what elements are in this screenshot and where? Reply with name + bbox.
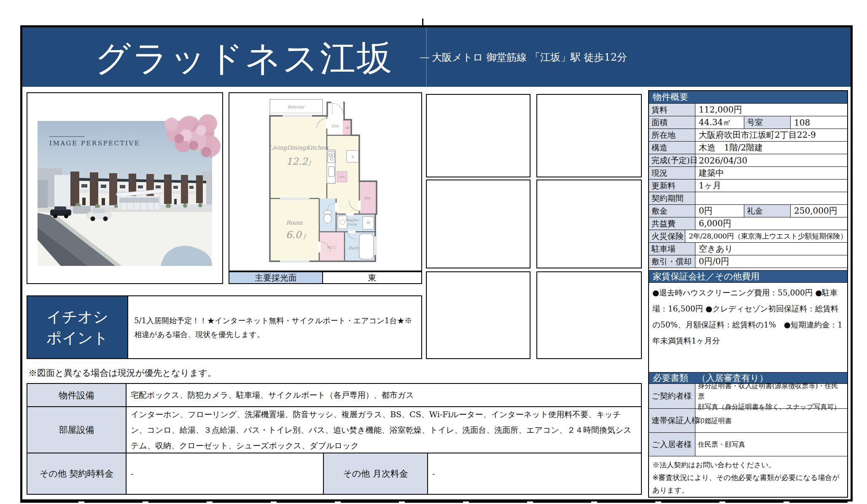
lighting-label: 主要採光面 bbox=[229, 272, 323, 283]
lighting-row: 主要採光面 東 bbox=[229, 271, 422, 284]
wic-label: W.I.C bbox=[327, 245, 337, 249]
fridge-label: R bbox=[351, 155, 354, 159]
row-value: 宅配ボックス、防犯カメラ、駐車場、サイクルポート（各戸専用）、都市ガス bbox=[127, 384, 641, 406]
balcony-label: Balcony bbox=[288, 105, 305, 110]
row-label-2: 号室 bbox=[744, 116, 791, 129]
row-value: 住民票・顔写真 bbox=[695, 433, 847, 456]
row-label: 契約期間 bbox=[649, 192, 695, 204]
other-monthly-label: その他 月次料金 bbox=[324, 453, 428, 494]
image-placeholder-1 bbox=[426, 94, 530, 177]
pickup-body: 5/1入居開始予定！！★インターネット無料・サイクルポート・エアコン1台★※相違… bbox=[128, 296, 421, 358]
flyer-frame: グラッドネス江坂 — 大阪メトロ 御堂筋線 「江坂」駅 徒歩12分 bbox=[20, 25, 853, 501]
row-value: 木造 1階/2階建 bbox=[695, 142, 847, 154]
row-value: 6,000円 bbox=[695, 217, 847, 230]
pickup-section: イチオシ ポイント 5/1入居開始予定！！★インターネット無料・サイクルポート・… bbox=[27, 295, 422, 359]
entrance-label: Ent. bbox=[332, 124, 340, 128]
row-value: 0円 bbox=[695, 205, 744, 217]
row-value-2: 108 bbox=[791, 116, 847, 129]
overview-row: 完成(予定)日2026/04/30 bbox=[649, 154, 847, 167]
property-summary-panel: 物件概要 賃料112,000円 面積 44.34㎡ 号室 108 所在地大阪府吹… bbox=[648, 90, 848, 498]
flyer-screenshot: { "colors": { "navy": "#224A7A", "sectio… bbox=[0, 0, 867, 504]
powder-label-2: room bbox=[347, 222, 357, 226]
perspective-image: IMAGE PERSPECTIVE bbox=[27, 93, 222, 283]
row-label: 完成(予定)日 bbox=[649, 154, 695, 166]
bath-label: Bath bbox=[348, 246, 358, 250]
row-label: 部屋設備 bbox=[27, 407, 127, 453]
dash-mark: — bbox=[420, 51, 430, 63]
document-row: 連帯保証人様印鑑証明書 bbox=[649, 409, 847, 433]
equipment-table: 物件設備 宅配ボックス、防犯カメラ、駐車場、サイクルポート（各戸専用）、都市ガス… bbox=[27, 383, 642, 495]
floorplan-box: Balcony Ent. SB LivingDiningKitchen 12.2… bbox=[229, 92, 422, 271]
other-contract-label: その他 契約時料金 bbox=[27, 453, 127, 494]
document-row: ご入居者様住民票・顔写真 bbox=[649, 433, 847, 456]
row-label: ご契約者様 bbox=[649, 384, 695, 408]
powder-label-1: Powder bbox=[345, 218, 360, 222]
overview-row: 更新料1ヶ月 bbox=[649, 180, 847, 192]
row-label: 構造 bbox=[649, 142, 695, 154]
row-value-2: 250,000円 bbox=[791, 205, 847, 217]
ldk-size: 12.2 bbox=[286, 156, 308, 167]
header: グラッドネス江坂 — 大阪メトロ 御堂筋線 「江坂」駅 徒歩12分 bbox=[22, 27, 851, 87]
document-row: ご契約者様身分証明書・収入証明書(源泉徴収票等)・住民票 顔写真（身分証明書を除… bbox=[649, 384, 847, 409]
room-label: Room bbox=[286, 219, 302, 226]
row-value: 2026/04/30 bbox=[695, 154, 847, 166]
row-label: 面積 bbox=[649, 116, 695, 129]
row-value: 2年/28,000円（東京海上ウエスト少額短期保険） bbox=[685, 230, 847, 242]
other-fees-row: その他 契約時料金 - その他 月次料金 - bbox=[27, 453, 641, 494]
row-label: 更新料 bbox=[649, 180, 695, 192]
exterior-photo: IMAGE PERSPECTIVE bbox=[27, 92, 223, 284]
row-label: 現況 bbox=[649, 167, 695, 179]
row-label: 所在地 bbox=[649, 129, 695, 141]
overview-row: 契約期間 bbox=[649, 192, 847, 205]
room-size: 6.0 bbox=[286, 229, 302, 240]
overview-row: 面積 44.34㎡ 号室 108 bbox=[649, 116, 847, 129]
row-label: ご入居者様 bbox=[649, 433, 695, 456]
image-placeholder-5 bbox=[426, 271, 530, 359]
row-label: 敷引・償却 bbox=[649, 255, 695, 268]
pickup-title: イチオシ ポイント bbox=[27, 296, 128, 358]
image-caption: IMAGE PERSPECTIVE bbox=[49, 139, 140, 147]
caption-small-line bbox=[49, 136, 85, 137]
row-label: 駐車場 bbox=[649, 243, 695, 255]
row-value: 印鑑証明書 bbox=[695, 409, 847, 432]
overview-row: 共益費6,000円 bbox=[649, 217, 847, 230]
equipment-row: 物件設備 宅配ボックス、防犯カメラ、駐車場、サイクルポート（各戸専用）、都市ガス bbox=[27, 384, 641, 407]
lighting-value: 東 bbox=[323, 272, 421, 283]
storage-small-label: Sto. bbox=[339, 175, 345, 179]
guarantee-body: ●退去時ハウスクリーニング費用：55,000円 ●駐車場：16,500円 ●クレ… bbox=[649, 283, 847, 373]
row-label: 連帯保証人様 bbox=[649, 409, 695, 432]
row-value: 身分証明書・収入証明書(源泉徴収票等)・住民票 顔写真（身分証明書を除く、スナッ… bbox=[695, 384, 847, 408]
row-label: 賃料 bbox=[649, 104, 695, 116]
overview-row: 現況建築中 bbox=[649, 167, 847, 180]
row-value: 1ヶ月 bbox=[695, 180, 847, 192]
other-contract-value: - bbox=[127, 453, 324, 494]
row-label: 物件設備 bbox=[27, 384, 127, 406]
overview-row: 賃料112,000円 bbox=[649, 104, 847, 116]
row-value: インターホン、フローリング、洗濯機置場、防音サッシ、複層ガラス、BS、CS、Wi… bbox=[127, 407, 641, 453]
row-value: 大阪府吹田市江坂町2丁目22-9 bbox=[695, 129, 847, 141]
row-value: 建築中 bbox=[695, 167, 847, 179]
other-monthly-value: - bbox=[428, 453, 641, 494]
ldk-label: LivingDiningKitchen bbox=[269, 144, 328, 151]
storage-right-label: Sto. bbox=[364, 196, 372, 200]
plan-disclaimer: ※図面と異なる場合は現況が優先となります。 bbox=[28, 367, 216, 379]
documents-notes: ※法人契約はお問い合わせください。 ※審査状況により、その他必要な書類が必要にな… bbox=[649, 456, 847, 497]
overview-row: 所在地大阪府吹田市江坂町2丁目22-9 bbox=[649, 129, 847, 142]
station-text: 大阪メトロ 御堂筋線 「江坂」駅 徒歩12分 bbox=[432, 51, 627, 64]
row-label: 火災保険 bbox=[649, 230, 685, 242]
image-placeholder-4 bbox=[536, 180, 642, 268]
row-value: 44.34㎡ bbox=[695, 116, 744, 129]
shoebox-label: SB bbox=[345, 126, 350, 130]
property-title: グラッドネス江坂 bbox=[95, 27, 393, 87]
section-guarantee: 家賃保証会社／その他費用 bbox=[649, 270, 847, 283]
row-value: 112,000円 bbox=[695, 104, 847, 116]
station-info: — 大阪メトロ 御堂筋線 「江坂」駅 徒歩12分 bbox=[420, 27, 627, 87]
overview-row: 火災保険2年/28,000円（東京海上ウエスト少額短期保険） bbox=[649, 230, 847, 243]
row-label: 敷金 bbox=[649, 205, 695, 217]
image-placeholder-6 bbox=[536, 271, 642, 359]
crop-mark-top bbox=[422, 19, 423, 25]
row-value: 空きあり bbox=[695, 243, 847, 255]
equipment-row: 部屋設備 インターホン、フローリング、洗濯機置場、防音サッシ、複層ガラス、BS、… bbox=[27, 407, 641, 453]
section-overview: 物件概要 bbox=[649, 91, 847, 104]
row-value: 0円/0円 bbox=[695, 255, 847, 268]
